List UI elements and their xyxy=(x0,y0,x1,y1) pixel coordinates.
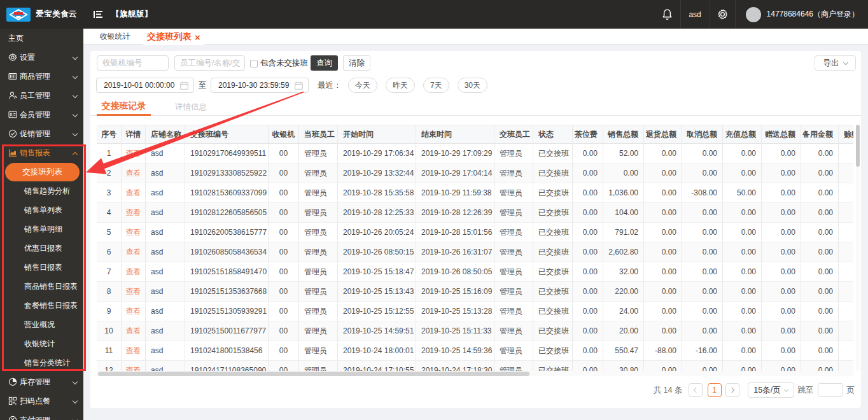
table-cell: 管理员 xyxy=(299,223,338,242)
subtab-shift-records[interactable]: 交接班记录 xyxy=(97,99,151,116)
next-page-button[interactable] xyxy=(725,383,739,397)
view-detail-link[interactable]: 查看 xyxy=(126,228,141,237)
table-cell: 00 xyxy=(269,321,299,341)
table-cell: 0.00 xyxy=(801,282,839,302)
table-cell: 0.00 xyxy=(723,302,762,321)
sidebar-subitem[interactable]: 销售趋势分析 xyxy=(0,181,83,200)
table-cell: 已交接班 xyxy=(533,203,573,223)
view-detail-link[interactable]: 查看 xyxy=(126,267,141,276)
sidebar-subitem[interactable]: 商品销售日报表 xyxy=(0,277,83,296)
view-detail-link[interactable]: 查看 xyxy=(126,307,141,316)
quick-range-pill-1[interactable]: 昨天 xyxy=(386,78,415,93)
machine-no-input[interactable] xyxy=(97,55,169,71)
table-cell: 管理员 xyxy=(494,341,533,361)
column-header: 茶位费 xyxy=(573,125,603,144)
sidebar-item-label: 促销管理 xyxy=(20,129,50,139)
horizontal-scrollbar-thumb[interactable] xyxy=(98,372,529,376)
table-cell: 0.00 xyxy=(682,144,723,164)
sidebar-subitem[interactable]: 销售单明细 xyxy=(0,220,83,239)
sidebar-item-7[interactable]: 库存管理 xyxy=(0,372,83,391)
sidebar-item-8[interactable]: 扫码点餐 xyxy=(0,391,83,410)
table-cell: 0.00 xyxy=(762,341,801,361)
table-cell: 0.00 xyxy=(682,361,723,371)
username-menu[interactable]: asd xyxy=(680,0,710,29)
view-detail-link[interactable]: 查看 xyxy=(126,326,141,335)
view-detail-link[interactable]: 查看 xyxy=(126,346,141,355)
include-unfinished-checkbox[interactable] xyxy=(250,60,258,67)
quick-range-pill-3[interactable]: 30天 xyxy=(458,78,487,93)
table-cell: 管理员 xyxy=(299,302,338,321)
table-cell: 管理员 xyxy=(299,361,338,371)
table-cell: 查看 xyxy=(122,183,146,203)
table-cell: 0.00 xyxy=(644,321,682,341)
prev-page-button[interactable] xyxy=(689,383,703,397)
sidebar-item-3[interactable]: 员工管理 xyxy=(0,86,83,105)
table-cell: 191025151305939291 xyxy=(185,302,269,321)
query-button[interactable]: 查询 xyxy=(311,55,338,71)
promotion-icon xyxy=(8,129,17,138)
view-detail-link[interactable]: 查看 xyxy=(126,208,141,217)
sidebar-subitem[interactable]: 营业概况 xyxy=(0,315,83,334)
page-size-select[interactable]: 15条/页 xyxy=(748,382,794,398)
edition-label: 【旗舰版】 xyxy=(111,9,153,20)
export-button[interactable]: 导出 xyxy=(815,55,856,71)
sidebar-item-6[interactable]: 销售报表 xyxy=(0,143,83,162)
table-cell: 管理员 xyxy=(299,341,338,361)
sidebar-subitem[interactable]: 销售分类统计 xyxy=(0,353,83,372)
sidebar-subitem[interactable]: 优惠日报表 xyxy=(0,239,83,258)
tab-close-icon[interactable]: × xyxy=(195,32,200,43)
employee-input[interactable] xyxy=(174,55,245,71)
sidebar-subitem[interactable]: 收银统计 xyxy=(0,334,83,353)
sidebar-item-0[interactable]: 主页 xyxy=(0,29,83,48)
table-cell: 2019-10-25 15:13:43 xyxy=(338,282,416,302)
clear-button[interactable]: 清除 xyxy=(343,55,370,71)
view-detail-link[interactable]: 查看 xyxy=(126,248,141,256)
table-cell: 191026085058436534 xyxy=(185,242,269,262)
horizontal-scrollbar[interactable] xyxy=(97,371,853,376)
gear-icon xyxy=(717,8,729,20)
topbar: 爱宝美食云 【旗舰版】 asd 14778684646（商户登录） xyxy=(0,0,868,29)
sidebar-item-9[interactable]: 支付管理 xyxy=(0,410,83,420)
menu-fold-icon[interactable] xyxy=(94,11,102,18)
vertical-scrollbar[interactable] xyxy=(856,125,860,371)
subtab-detail-info[interactable]: 详情信息 xyxy=(172,99,210,116)
sidebar-subitem[interactable]: 交接班列表 xyxy=(5,163,80,181)
current-page-button[interactable]: 1 xyxy=(708,383,722,397)
date-from-picker[interactable]: 2019-10-01 00:00:00 xyxy=(96,78,194,93)
sidebar-item-5[interactable]: 促销管理 xyxy=(0,124,83,143)
sidebar-subitem[interactable]: 销售单列表 xyxy=(0,200,83,220)
sidebar-item-1[interactable]: 设置 xyxy=(0,48,83,67)
member-icon xyxy=(8,110,17,119)
table-cell: 19102418001538456 xyxy=(185,341,269,361)
view-detail-link[interactable]: 查看 xyxy=(126,366,141,371)
table-cell: 管理员 xyxy=(494,203,533,223)
account-menu[interactable]: 14778684646（商户登录） xyxy=(735,0,868,29)
sidebar-subitem[interactable]: 销售日报表 xyxy=(0,258,83,277)
table-cell: 管理员 xyxy=(299,282,338,302)
table-cell: 0.00 xyxy=(723,144,762,164)
tab-cashier-stats[interactable]: 收银统计 xyxy=(91,29,139,45)
sidebar-subitem[interactable]: 套餐销售日报表 xyxy=(0,296,83,315)
view-detail-link[interactable]: 查看 xyxy=(126,188,141,197)
calendar-icon xyxy=(295,81,303,90)
table-cell: 191025151858491470 xyxy=(185,262,269,282)
quick-range-pill-2[interactable]: 7天 xyxy=(423,78,449,93)
table-cell: 0.00 xyxy=(723,262,762,282)
table-cell: 191028153609337099 xyxy=(185,183,269,203)
view-detail-link[interactable]: 查看 xyxy=(126,169,141,178)
table-cell: asd xyxy=(146,183,185,203)
settings-button[interactable] xyxy=(710,0,735,29)
tab-shift-list[interactable]: 交接班列表 × xyxy=(143,29,204,45)
vertical-scrollbar-thumb[interactable] xyxy=(856,125,860,167)
date-to-picker[interactable]: 2019-10-30 23:59:59 xyxy=(211,78,309,93)
table-cell: 2019-10-25 15:12:55 xyxy=(338,302,416,321)
view-detail-link[interactable]: 查看 xyxy=(126,149,141,158)
view-detail-link[interactable]: 查看 xyxy=(126,287,141,296)
sidebar-item-4[interactable]: 会员管理 xyxy=(0,105,83,124)
jump-page-input[interactable] xyxy=(818,383,843,397)
notifications-button[interactable] xyxy=(655,0,680,29)
sidebar-item-2[interactable]: 商品管理 xyxy=(0,67,83,86)
table-cell: 191029133308525922 xyxy=(185,164,269,183)
table-cell: 0.00 xyxy=(723,164,762,183)
quick-range-pill-0[interactable]: 今天 xyxy=(348,78,377,93)
